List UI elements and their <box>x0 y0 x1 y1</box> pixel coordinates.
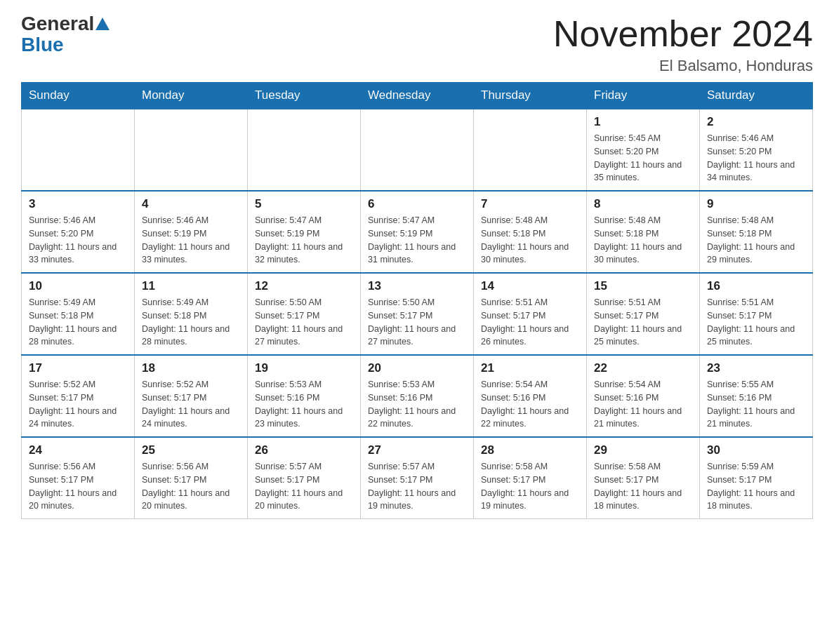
day-info: Sunrise: 5:52 AMSunset: 5:17 PMDaylight:… <box>29 378 127 431</box>
day-number: 25 <box>142 443 240 457</box>
day-number: 14 <box>481 279 579 293</box>
day-info: Sunrise: 5:57 AMSunset: 5:17 PMDaylight:… <box>368 460 466 513</box>
calendar-day-cell: 25Sunrise: 5:56 AMSunset: 5:17 PMDayligh… <box>135 437 248 519</box>
day-number: 16 <box>707 279 805 293</box>
calendar-day-cell: 4Sunrise: 5:46 AMSunset: 5:19 PMDaylight… <box>135 191 248 273</box>
calendar-week-row: 24Sunrise: 5:56 AMSunset: 5:17 PMDayligh… <box>22 437 813 519</box>
col-saturday: Saturday <box>700 83 813 109</box>
calendar-day-cell: 7Sunrise: 5:48 AMSunset: 5:18 PMDaylight… <box>474 191 587 273</box>
month-title: November 2024 <box>553 14 813 54</box>
day-info: Sunrise: 5:48 AMSunset: 5:18 PMDaylight:… <box>481 214 579 267</box>
calendar-day-cell: 11Sunrise: 5:49 AMSunset: 5:18 PMDayligh… <box>135 273 248 355</box>
calendar-day-cell: 27Sunrise: 5:57 AMSunset: 5:17 PMDayligh… <box>361 437 474 519</box>
day-number: 15 <box>594 279 692 293</box>
page-header: General Blue November 2024 El Balsamo, H… <box>21 14 813 75</box>
calendar-day-cell: 29Sunrise: 5:58 AMSunset: 5:17 PMDayligh… <box>587 437 700 519</box>
calendar-day-cell: 26Sunrise: 5:57 AMSunset: 5:17 PMDayligh… <box>248 437 361 519</box>
calendar-day-cell: 5Sunrise: 5:47 AMSunset: 5:19 PMDaylight… <box>248 191 361 273</box>
calendar-day-cell: 18Sunrise: 5:52 AMSunset: 5:17 PMDayligh… <box>135 355 248 437</box>
day-number: 21 <box>481 361 579 375</box>
col-friday: Friday <box>587 83 700 109</box>
calendar-day-cell: 8Sunrise: 5:48 AMSunset: 5:18 PMDaylight… <box>587 191 700 273</box>
day-info: Sunrise: 5:59 AMSunset: 5:17 PMDaylight:… <box>707 460 805 513</box>
day-info: Sunrise: 5:58 AMSunset: 5:17 PMDaylight:… <box>594 460 692 513</box>
calendar-header-row: Sunday Monday Tuesday Wednesday Thursday… <box>22 83 813 109</box>
day-number: 30 <box>707 443 805 457</box>
calendar-week-row: 1Sunrise: 5:45 AMSunset: 5:20 PMDaylight… <box>22 109 813 191</box>
day-number: 23 <box>707 361 805 375</box>
day-info: Sunrise: 5:55 AMSunset: 5:16 PMDaylight:… <box>707 378 805 431</box>
logo: General Blue <box>21 14 111 56</box>
day-number: 28 <box>481 443 579 457</box>
day-number: 20 <box>368 361 466 375</box>
calendar-day-cell: 30Sunrise: 5:59 AMSunset: 5:17 PMDayligh… <box>700 437 813 519</box>
day-info: Sunrise: 5:51 AMSunset: 5:17 PMDaylight:… <box>481 296 579 349</box>
day-info: Sunrise: 5:50 AMSunset: 5:17 PMDaylight:… <box>368 296 466 349</box>
day-number: 11 <box>142 279 240 293</box>
day-number: 19 <box>255 361 353 375</box>
day-info: Sunrise: 5:49 AMSunset: 5:18 PMDaylight:… <box>29 296 127 349</box>
col-monday: Monday <box>135 83 248 109</box>
day-number: 12 <box>255 279 353 293</box>
day-number: 5 <box>255 197 353 211</box>
calendar-day-cell: 17Sunrise: 5:52 AMSunset: 5:17 PMDayligh… <box>22 355 135 437</box>
day-info: Sunrise: 5:57 AMSunset: 5:17 PMDaylight:… <box>255 460 353 513</box>
day-info: Sunrise: 5:45 AMSunset: 5:20 PMDaylight:… <box>594 132 692 185</box>
col-tuesday: Tuesday <box>248 83 361 109</box>
day-number: 17 <box>29 361 127 375</box>
col-thursday: Thursday <box>474 83 587 109</box>
calendar-day-cell: 1Sunrise: 5:45 AMSunset: 5:20 PMDaylight… <box>587 109 700 191</box>
day-info: Sunrise: 5:54 AMSunset: 5:16 PMDaylight:… <box>594 378 692 431</box>
logo-blue-text: Blue <box>21 34 64 56</box>
day-number: 18 <box>142 361 240 375</box>
calendar-day-cell: 2Sunrise: 5:46 AMSunset: 5:20 PMDaylight… <box>700 109 813 191</box>
day-number: 2 <box>707 115 805 129</box>
calendar-week-row: 17Sunrise: 5:52 AMSunset: 5:17 PMDayligh… <box>22 355 813 437</box>
day-number: 27 <box>368 443 466 457</box>
day-number: 24 <box>29 443 127 457</box>
day-info: Sunrise: 5:46 AMSunset: 5:20 PMDaylight:… <box>707 132 805 185</box>
calendar-day-cell: 13Sunrise: 5:50 AMSunset: 5:17 PMDayligh… <box>361 273 474 355</box>
day-info: Sunrise: 5:46 AMSunset: 5:20 PMDaylight:… <box>29 214 127 267</box>
day-number: 4 <box>142 197 240 211</box>
day-info: Sunrise: 5:56 AMSunset: 5:17 PMDaylight:… <box>29 460 127 513</box>
calendar-week-row: 3Sunrise: 5:46 AMSunset: 5:20 PMDaylight… <box>22 191 813 273</box>
day-info: Sunrise: 5:51 AMSunset: 5:17 PMDaylight:… <box>707 296 805 349</box>
calendar-day-cell: 22Sunrise: 5:54 AMSunset: 5:16 PMDayligh… <box>587 355 700 437</box>
calendar-day-cell: 20Sunrise: 5:53 AMSunset: 5:16 PMDayligh… <box>361 355 474 437</box>
calendar-day-cell <box>135 109 248 191</box>
day-number: 8 <box>594 197 692 211</box>
col-sunday: Sunday <box>22 83 135 109</box>
day-info: Sunrise: 5:54 AMSunset: 5:16 PMDaylight:… <box>481 378 579 431</box>
day-number: 1 <box>594 115 692 129</box>
calendar-day-cell: 16Sunrise: 5:51 AMSunset: 5:17 PMDayligh… <box>700 273 813 355</box>
calendar-day-cell <box>248 109 361 191</box>
calendar-day-cell: 19Sunrise: 5:53 AMSunset: 5:16 PMDayligh… <box>248 355 361 437</box>
day-number: 9 <box>707 197 805 211</box>
calendar-day-cell: 9Sunrise: 5:48 AMSunset: 5:18 PMDaylight… <box>700 191 813 273</box>
calendar-day-cell: 23Sunrise: 5:55 AMSunset: 5:16 PMDayligh… <box>700 355 813 437</box>
day-info: Sunrise: 5:51 AMSunset: 5:17 PMDaylight:… <box>594 296 692 349</box>
day-info: Sunrise: 5:48 AMSunset: 5:18 PMDaylight:… <box>707 214 805 267</box>
calendar-day-cell: 3Sunrise: 5:46 AMSunset: 5:20 PMDaylight… <box>22 191 135 273</box>
calendar-day-cell <box>361 109 474 191</box>
day-info: Sunrise: 5:48 AMSunset: 5:18 PMDaylight:… <box>594 214 692 267</box>
day-number: 13 <box>368 279 466 293</box>
calendar-day-cell: 6Sunrise: 5:47 AMSunset: 5:19 PMDaylight… <box>361 191 474 273</box>
day-info: Sunrise: 5:58 AMSunset: 5:17 PMDaylight:… <box>481 460 579 513</box>
day-number: 10 <box>29 279 127 293</box>
calendar-day-cell: 28Sunrise: 5:58 AMSunset: 5:17 PMDayligh… <box>474 437 587 519</box>
calendar-day-cell: 15Sunrise: 5:51 AMSunset: 5:17 PMDayligh… <box>587 273 700 355</box>
day-info: Sunrise: 5:52 AMSunset: 5:17 PMDaylight:… <box>142 378 240 431</box>
col-wednesday: Wednesday <box>361 83 474 109</box>
calendar-day-cell: 10Sunrise: 5:49 AMSunset: 5:18 PMDayligh… <box>22 273 135 355</box>
day-number: 29 <box>594 443 692 457</box>
title-section: November 2024 El Balsamo, Honduras <box>553 14 813 75</box>
logo-triangle-icon <box>95 18 110 30</box>
location-label: El Balsamo, Honduras <box>553 57 813 75</box>
day-number: 26 <box>255 443 353 457</box>
day-number: 7 <box>481 197 579 211</box>
day-number: 22 <box>594 361 692 375</box>
logo-general-text: General <box>21 14 94 34</box>
day-info: Sunrise: 5:50 AMSunset: 5:17 PMDaylight:… <box>255 296 353 349</box>
